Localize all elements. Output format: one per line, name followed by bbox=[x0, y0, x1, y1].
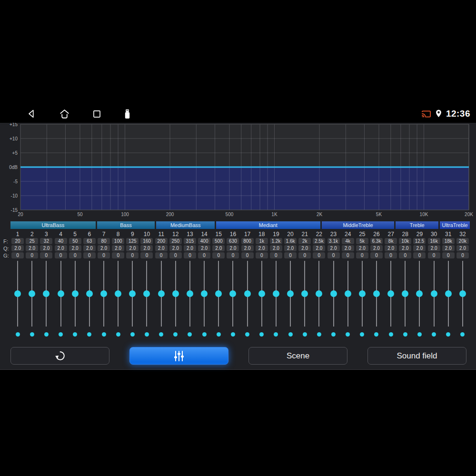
slider-knob[interactable] bbox=[14, 290, 21, 297]
band-freq-chip[interactable]: 50 bbox=[69, 238, 81, 244]
band-dot[interactable] bbox=[346, 332, 350, 337]
band-gain-slider[interactable] bbox=[211, 261, 226, 327]
band-q-chip[interactable]: 2.0 bbox=[126, 245, 139, 251]
slider-knob[interactable] bbox=[115, 290, 121, 297]
band-q-chip[interactable]: 2.0 bbox=[155, 245, 168, 251]
band-freq-chip[interactable]: 400 bbox=[198, 238, 210, 244]
band-dot[interactable] bbox=[231, 332, 235, 337]
band-freq-chip[interactable]: 8k bbox=[385, 238, 397, 244]
band-gain-chip[interactable]: 0 bbox=[55, 252, 67, 258]
band-q-chip[interactable]: 2.0 bbox=[442, 245, 455, 251]
band-gain-slider[interactable] bbox=[53, 261, 68, 327]
slider-knob[interactable] bbox=[459, 290, 466, 297]
slider-knob[interactable] bbox=[29, 290, 35, 297]
band-dot[interactable] bbox=[389, 332, 393, 337]
band-gain-slider[interactable] bbox=[326, 261, 340, 327]
slider-knob[interactable] bbox=[359, 290, 366, 297]
band-dot[interactable] bbox=[102, 332, 106, 337]
band-dot[interactable] bbox=[202, 332, 207, 337]
slider-knob[interactable] bbox=[287, 290, 294, 297]
band-freq-chip[interactable]: 16k bbox=[428, 238, 440, 244]
slider-knob[interactable] bbox=[316, 290, 322, 297]
band-group-ultrabass[interactable]: UltraBass bbox=[10, 221, 96, 229]
band-q-chip[interactable]: 2.0 bbox=[55, 245, 67, 251]
band-q-chip[interactable]: 2.0 bbox=[11, 245, 24, 251]
slider-knob[interactable] bbox=[445, 290, 452, 297]
slider-knob[interactable] bbox=[431, 290, 437, 297]
band-dot[interactable] bbox=[130, 332, 135, 337]
usb-icon[interactable] bbox=[124, 109, 131, 119]
band-q-chip[interactable]: 2.0 bbox=[342, 245, 354, 251]
band-group-mediumbass[interactable]: MediumBass bbox=[156, 221, 215, 229]
band-gain-chip[interactable]: 0 bbox=[26, 252, 38, 258]
band-gain-slider[interactable] bbox=[197, 261, 211, 327]
band-q-chip[interactable]: 2.0 bbox=[270, 245, 282, 251]
band-gain-slider[interactable] bbox=[456, 261, 470, 327]
band-q-chip[interactable]: 2.0 bbox=[83, 245, 96, 251]
band-gain-slider[interactable] bbox=[82, 261, 97, 327]
band-gain-chip[interactable]: 0 bbox=[198, 252, 210, 258]
slider-knob[interactable] bbox=[58, 290, 64, 297]
band-freq-chip[interactable]: 40 bbox=[55, 238, 67, 244]
band-gain-slider[interactable] bbox=[341, 261, 355, 327]
band-gain-chip[interactable]: 0 bbox=[399, 252, 411, 258]
band-gain-slider[interactable] bbox=[427, 261, 441, 327]
slider-knob[interactable] bbox=[345, 290, 351, 297]
band-freq-chip[interactable]: 125 bbox=[126, 238, 139, 244]
band-q-chip[interactable]: 2.0 bbox=[284, 245, 297, 251]
band-freq-chip[interactable]: 1.2k bbox=[270, 238, 282, 244]
band-gain-chip[interactable]: 0 bbox=[169, 252, 182, 258]
band-q-chip[interactable]: 2.0 bbox=[256, 245, 268, 251]
slider-knob[interactable] bbox=[100, 290, 107, 297]
slider-knob[interactable] bbox=[43, 290, 50, 297]
band-gain-slider[interactable] bbox=[139, 261, 154, 327]
band-q-chip[interactable]: 2.0 bbox=[184, 245, 196, 251]
band-gain-slider[interactable] bbox=[111, 261, 125, 327]
band-gain-slider[interactable] bbox=[355, 261, 369, 327]
band-freq-chip[interactable]: 18k bbox=[442, 238, 455, 244]
slider-knob[interactable] bbox=[72, 290, 79, 297]
band-freq-chip[interactable]: 25 bbox=[26, 238, 38, 244]
band-q-chip[interactable]: 2.0 bbox=[370, 245, 383, 251]
slider-knob[interactable] bbox=[244, 290, 251, 297]
band-dot[interactable] bbox=[417, 332, 422, 337]
band-dot[interactable] bbox=[460, 332, 465, 337]
band-freq-chip[interactable]: 100 bbox=[112, 238, 124, 244]
band-gain-slider[interactable] bbox=[269, 261, 283, 327]
band-q-chip[interactable]: 2.0 bbox=[112, 245, 124, 251]
band-freq-chip[interactable]: 2k bbox=[298, 238, 311, 244]
band-gain-chip[interactable]: 0 bbox=[313, 252, 325, 258]
band-dot[interactable] bbox=[173, 332, 178, 337]
band-gain-chip[interactable]: 0 bbox=[370, 252, 383, 258]
band-gain-slider[interactable] bbox=[125, 261, 139, 327]
sound-field-button[interactable]: Sound field bbox=[367, 347, 466, 365]
band-freq-chip[interactable]: 20k bbox=[456, 238, 469, 244]
band-q-chip[interactable]: 2.0 bbox=[385, 245, 397, 251]
band-freq-chip[interactable]: 3.1k bbox=[327, 238, 340, 244]
band-q-chip[interactable]: 2.0 bbox=[40, 245, 52, 251]
band-gain-chip[interactable]: 0 bbox=[83, 252, 96, 258]
band-q-chip[interactable]: 2.0 bbox=[26, 245, 38, 251]
band-dot[interactable] bbox=[16, 332, 20, 337]
band-freq-chip[interactable]: 5k bbox=[356, 238, 368, 244]
band-freq-chip[interactable]: 630 bbox=[227, 238, 239, 244]
band-gain-chip[interactable]: 0 bbox=[112, 252, 124, 258]
band-q-chip[interactable]: 2.0 bbox=[327, 245, 340, 251]
band-q-chip[interactable]: 2.0 bbox=[98, 245, 110, 251]
band-gain-chip[interactable]: 0 bbox=[69, 252, 81, 258]
band-dot[interactable] bbox=[331, 332, 336, 337]
band-q-chip[interactable]: 2.0 bbox=[428, 245, 440, 251]
band-dot[interactable] bbox=[303, 332, 307, 337]
band-dot[interactable] bbox=[44, 332, 49, 337]
band-q-chip[interactable]: 2.0 bbox=[140, 245, 153, 251]
band-dot[interactable] bbox=[73, 332, 77, 337]
slider-knob[interactable] bbox=[215, 290, 222, 297]
band-gain-chip[interactable]: 0 bbox=[184, 252, 196, 258]
band-q-chip[interactable]: 2.0 bbox=[356, 245, 368, 251]
band-q-chip[interactable]: 2.0 bbox=[456, 245, 469, 251]
band-dot[interactable] bbox=[59, 332, 63, 337]
band-dot[interactable] bbox=[145, 332, 149, 337]
band-gain-chip[interactable]: 0 bbox=[342, 252, 354, 258]
band-q-chip[interactable]: 2.0 bbox=[169, 245, 182, 251]
band-gain-slider[interactable] bbox=[369, 261, 384, 327]
